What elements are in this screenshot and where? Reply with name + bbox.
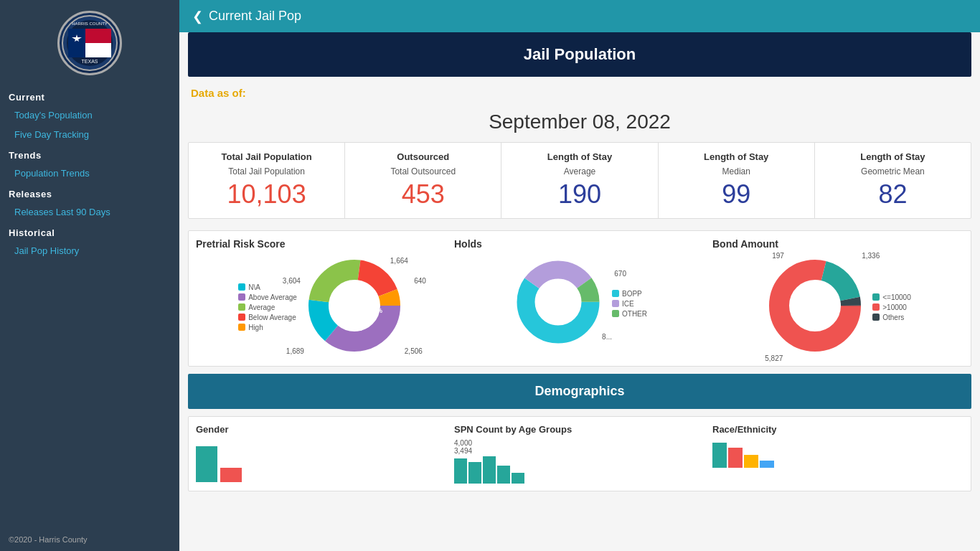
- holds-label-bottom: 8...: [602, 333, 612, 341]
- section-label-current: Current: [0, 86, 179, 105]
- legend-dot-high: [238, 324, 245, 331]
- legend-label-below-avg: Below Average: [248, 314, 296, 321]
- section-label-releases: Releases: [0, 183, 179, 202]
- sidebar: TEXAS HARRIS COUNTY Current Today's Popu…: [0, 0, 179, 551]
- bond-chart-title: Bond Amount: [712, 238, 778, 250]
- stat-total-jail-pop: Total Jail Population Total Jail Populat…: [189, 143, 345, 218]
- svg-text:HARRIS COUNTY: HARRIS COUNTY: [72, 22, 108, 26]
- sidebar-section-releases: Releases Releases Last 90 Days: [0, 183, 179, 222]
- legend-other: OTHER: [612, 310, 648, 318]
- bond-label-top-right: 1,336: [862, 252, 880, 260]
- svg-text:36%: 36%: [335, 289, 348, 296]
- sidebar-item-todays-population[interactable]: Today's Population: [0, 105, 179, 125]
- section-label-trends: Trends: [0, 144, 179, 164]
- svg-rect-2: [68, 29, 85, 57]
- svg-text:18%: 18%: [808, 296, 822, 303]
- stat-label-los-average: Length of Stay: [507, 151, 651, 162]
- legend-label-average: Average: [248, 303, 275, 311]
- svg-point-21: [538, 282, 578, 322]
- legend-others: Others: [872, 314, 911, 321]
- legend-dot-bopp: [612, 290, 619, 297]
- legend-label-bopp: BOPP: [622, 290, 642, 298]
- legend-above-avg: Above Average: [238, 293, 297, 301]
- data-as-of-label: Data as of:: [188, 84, 971, 105]
- pretrial-legend: N\A Above Average Average Below Ave: [238, 283, 297, 331]
- legend-label-above-avg: Above Average: [248, 293, 297, 301]
- sidebar-section-current: Current Today's Population Five Day Trac…: [0, 86, 179, 144]
- stat-label-los-geo-mean: Length of Stay: [821, 151, 965, 162]
- logo-area: TEXAS HARRIS COUNTY: [0, 0, 179, 86]
- legend-label-high: High: [248, 324, 263, 331]
- legend-dot-other: [612, 310, 619, 317]
- stat-sublabel-los-average: Average: [507, 166, 651, 176]
- legend-dot-na: [238, 283, 245, 291]
- age-bar-sub: 3,494: [454, 447, 705, 455]
- legend-average: Average: [238, 303, 297, 311]
- stat-sublabel-outsourced: Total Outsourced: [351, 166, 495, 176]
- stat-value-los-geo-mean: 82: [821, 179, 965, 209]
- race-bar-2: [728, 448, 743, 468]
- holds-label-right: 670: [614, 270, 626, 278]
- stat-label-total-jail-pop: Total Jail Population: [194, 151, 339, 162]
- sidebar-item-jail-pop-history[interactable]: Jail Pop History: [0, 241, 179, 260]
- gender-placeholder: [196, 439, 447, 482]
- pretrial-donut-wrapper: N\A Above Average Average Below Ave: [196, 255, 447, 359]
- legend-label-lte10000: <=10000: [882, 293, 911, 301]
- main-content: ❮ Current Jail Pop Jail Population Data …: [179, 0, 980, 551]
- demographics-banner: Demographics: [188, 374, 971, 409]
- sidebar-section-historical: Historical Jail Pop History: [0, 222, 179, 260]
- holds-chart-title: Holds: [454, 238, 482, 250]
- sidebar-footer: ©2020 - Harris County: [0, 528, 179, 551]
- stat-value-outsourced: 453: [351, 179, 495, 209]
- topbar: ❮ Current Jail Pop: [179, 0, 980, 32]
- bond-donut-svg-wrapper: 197 1,336 5,827 18% 79%: [765, 255, 865, 359]
- legend-dot-lte10000: [872, 293, 880, 301]
- sidebar-item-five-day-tracking[interactable]: Five Day Tracking: [0, 125, 179, 144]
- spn-age-section: SPN Count by Age Groups 4,000 3,494: [454, 424, 705, 484]
- bond-label-top-left: 197: [772, 252, 784, 260]
- legend-label-na: N\A: [248, 283, 260, 291]
- pretrial-label-top: 1,664: [390, 257, 408, 265]
- gender-bar-1: [196, 446, 217, 482]
- holds-legend: BOPP ICE OTHER: [612, 290, 648, 318]
- stats-row: Total Jail Population Total Jail Populat…: [188, 142, 971, 219]
- stat-label-outsourced: Outsourced: [351, 151, 495, 162]
- sidebar-item-releases-last-90[interactable]: Releases Last 90 Days: [0, 202, 179, 222]
- stat-sublabel-los-geo-mean: Geometric Mean: [821, 166, 965, 176]
- legend-lte10000: <=10000: [872, 293, 911, 301]
- pretrial-label-bottom-right: 2,506: [405, 347, 423, 355]
- sidebar-item-population-trends[interactable]: Population Trends: [0, 164, 179, 183]
- race-ethnicity-section: Race/Ethnicity: [712, 424, 963, 484]
- gender-title: Gender: [196, 424, 447, 435]
- page-title-banner: Jail Population: [188, 32, 971, 77]
- back-arrow-icon[interactable]: ❮: [192, 9, 203, 24]
- legend-label-gt10000: >10000: [882, 303, 907, 311]
- legend-bopp: BOPP: [612, 290, 648, 298]
- pretrial-label-right-top: 640: [414, 277, 426, 285]
- pretrial-donut-svg-wrapper: 36% 16% 25% 17% 1,664 640 2,506 1,689 3,…: [304, 255, 405, 359]
- legend-dot-above-avg: [238, 293, 245, 301]
- svg-point-25: [793, 284, 837, 327]
- stat-los-median: Length of Stay Median 99: [659, 143, 815, 218]
- legend-dot-gt10000: [872, 303, 880, 311]
- race-bars: [712, 439, 963, 468]
- legend-dot-ice: [612, 300, 619, 307]
- bond-amount-chart: Bond Amount 197 1,336 5,827 1: [712, 238, 963, 359]
- svg-text:TEXAS: TEXAS: [82, 59, 98, 64]
- age-bar-1: [454, 458, 467, 484]
- age-bar-4: [497, 466, 510, 484]
- legend-dot-others: [872, 314, 880, 321]
- stat-value-los-average: 190: [507, 179, 651, 209]
- section-label-historical: Historical: [0, 222, 179, 241]
- sidebar-section-trends: Trends Population Trends: [0, 144, 179, 183]
- legend-label-others: Others: [882, 314, 904, 321]
- stat-sublabel-los-median: Median: [664, 166, 809, 176]
- stat-value-total-jail-pop: 10,103: [194, 179, 339, 209]
- age-bar-5: [512, 473, 524, 484]
- spn-age-title: SPN Count by Age Groups: [454, 424, 705, 435]
- svg-rect-4: [85, 43, 111, 57]
- age-bars: [454, 455, 705, 484]
- race-ethnicity-title: Race/Ethnicity: [712, 424, 963, 435]
- stat-outsourced: Outsourced Total Outsourced 453: [345, 143, 501, 218]
- gender-bar-2: [220, 468, 242, 482]
